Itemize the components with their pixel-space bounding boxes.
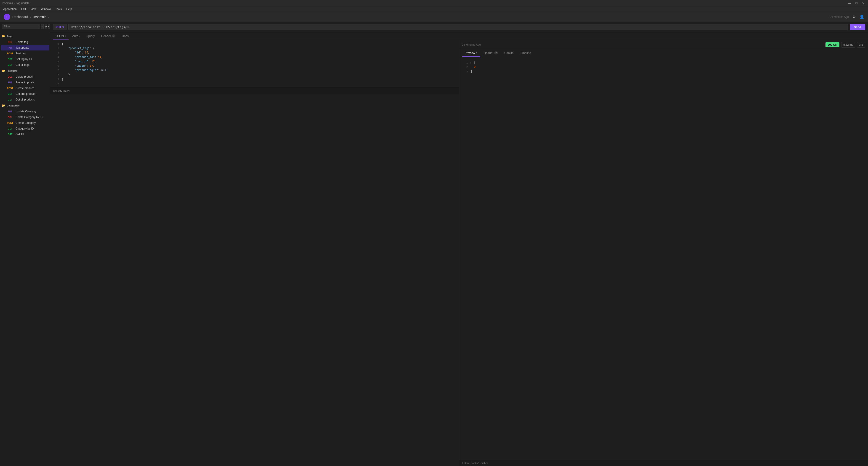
maximize-button[interactable]: □ xyxy=(854,1,859,5)
response-body: 1 ▶ [ 2 0 xyxy=(459,57,868,460)
sidebar-item-get-all-tags[interactable]: GET Get all tags xyxy=(1,62,49,68)
method-badge-put: PUT xyxy=(6,46,14,49)
tab-auth[interactable]: Auth ▾ xyxy=(69,32,83,40)
request-area: PUT ▾ Send JSON ▾ Auth ▾ Query Header 1 xyxy=(50,22,868,466)
tab-resp-header[interactable]: Header ? xyxy=(481,49,501,57)
method-badge-get: GET xyxy=(6,93,14,95)
app-logo: I xyxy=(4,14,10,20)
method-badge-get: GET xyxy=(6,58,14,61)
tab-cookie[interactable]: Cookie xyxy=(501,49,516,57)
code-line-10: 10 xyxy=(50,81,459,86)
sidebar-item-category-by-id[interactable]: GET Category by ID xyxy=(1,126,49,131)
header-icons: ⚙ 👤 xyxy=(849,14,864,20)
sidebar-item-label: Product update xyxy=(16,81,34,84)
request-code-editor: 1 { 2 "product_tag": { 3 "id": 16, xyxy=(50,40,459,88)
sidebar-item-post-tag[interactable]: POST Post tag xyxy=(1,51,49,56)
method-badge-get: GET xyxy=(6,128,14,130)
tab-header-label: Header xyxy=(101,34,111,38)
sidebar-item-update-category[interactable]: PUT Update Category xyxy=(1,109,49,114)
response-code-editor: 1 ▶ [ 2 0 xyxy=(459,59,868,76)
code-line-7: 7 "productTagId": null xyxy=(50,68,459,73)
menu-view[interactable]: View xyxy=(28,7,39,11)
resp-code-line-1: 1 ▶ [ xyxy=(459,61,868,65)
expand-icon: ▶ xyxy=(471,62,472,64)
code-line-1: 1 { xyxy=(50,42,459,46)
tab-json[interactable]: JSON ▾ xyxy=(53,32,69,40)
method-badge-put: PUT xyxy=(6,110,14,113)
sidebar-item-label: Get all products xyxy=(16,98,35,101)
method-label: PUT xyxy=(56,25,61,29)
method-badge-post: POST xyxy=(6,122,14,124)
sidebar-item-label: Get one product xyxy=(16,92,35,96)
close-button[interactable]: ✕ xyxy=(861,1,866,5)
sidebar-item-label: Post tag xyxy=(16,52,26,55)
dashboard-link[interactable]: Dashboard xyxy=(12,15,28,19)
sidebar-item-get-all[interactable]: GET Get All xyxy=(1,132,49,137)
menu-tools[interactable]: Tools xyxy=(53,7,64,11)
code-line-3: 3 "id": 16, xyxy=(50,51,459,55)
sidebar-item-label: Delete Category by ID xyxy=(16,115,42,119)
sidebar-item-create-category[interactable]: POST Create Category xyxy=(1,120,49,126)
sidebar-item-product-update[interactable]: PUT Product update xyxy=(1,80,49,85)
add-button[interactable]: ⊕ xyxy=(44,24,47,29)
menu-bar: Application Edit View Window Tools Help xyxy=(0,6,868,12)
more-button[interactable]: ▾ xyxy=(48,24,50,29)
settings-icon[interactable]: ⚙ xyxy=(852,14,856,19)
sidebar-item-get-one-product[interactable]: GET Get one product xyxy=(1,91,49,97)
url-input[interactable] xyxy=(68,24,848,30)
user-icon[interactable]: 👤 xyxy=(859,14,864,20)
sort-button[interactable]: ⇅ xyxy=(41,24,44,29)
tab-resp-header-label: Header xyxy=(484,51,494,55)
sidebar-item-delete-category[interactable]: DEL Delete Category by ID xyxy=(1,114,49,120)
menu-window[interactable]: Window xyxy=(39,7,53,11)
sidebar-section-products[interactable]: 📂 Products xyxy=(0,68,50,74)
sidebar-top: ⇅ ⊕ ▾ xyxy=(0,22,50,31)
main-layout: ⇅ ⊕ ▾ 📂 Tags DEL Delete tag PUT Tag upda… xyxy=(0,22,868,466)
request-bar: PUT ▾ Send xyxy=(50,22,868,32)
code-line-2: 2 "product_tag": { xyxy=(50,46,459,51)
response-tabs: Preview ▾ Header ? Cookie Timeline xyxy=(459,49,868,57)
minimize-button[interactable]: — xyxy=(846,1,852,5)
response-time: 5.32 ms xyxy=(841,42,855,47)
sidebar: ⇅ ⊕ ▾ 📂 Tags DEL Delete tag PUT Tag upda… xyxy=(0,22,50,466)
tab-timeline[interactable]: Timeline xyxy=(517,49,534,57)
workspace-chevron-icon[interactable]: ▾ xyxy=(48,16,50,19)
filter-input[interactable] xyxy=(2,24,40,29)
tab-docs[interactable]: Docs xyxy=(119,32,131,40)
sidebar-item-label: Create Category xyxy=(16,121,36,125)
sidebar-item-label: Delete tag xyxy=(16,40,28,44)
sidebar-item-get-tag-by-id[interactable]: GET Get tag by ID xyxy=(1,57,49,62)
sidebar-section-tags[interactable]: 📂 Tags xyxy=(0,33,50,39)
method-badge-get: GET xyxy=(6,98,14,101)
method-badge-del: DEL xyxy=(6,76,14,78)
menu-help[interactable]: Help xyxy=(64,7,74,11)
sidebar-item-delete-tag[interactable]: DEL Delete tag xyxy=(1,39,49,45)
sidebar-content: 📂 Tags DEL Delete tag PUT Tag update POS… xyxy=(0,31,50,466)
sidebar-item-delete-product[interactable]: DEL Delete product xyxy=(1,74,49,79)
tab-query[interactable]: Query xyxy=(84,32,97,40)
sidebar-item-tag-update[interactable]: PUT Tag update xyxy=(1,45,49,51)
resp-code-line-3: 3 ] xyxy=(459,69,868,74)
workspace-name[interactable]: Insomnia xyxy=(33,15,46,19)
method-badge-put: PUT xyxy=(6,81,14,84)
send-button[interactable]: Send xyxy=(850,24,865,30)
categories-section-label: Categories xyxy=(7,104,20,107)
beautify-button[interactable]: Beautify JSON xyxy=(53,90,69,92)
sidebar-item-create-product[interactable]: POST Create product xyxy=(1,86,49,91)
tab-auth-chevron-icon: ▾ xyxy=(79,35,80,37)
tab-preview-chevron-icon: ▾ xyxy=(476,52,477,54)
code-line-9: 9 } xyxy=(50,77,459,81)
tab-header[interactable]: Header 1 xyxy=(98,32,118,40)
sidebar-section-categories[interactable]: 📂 Categories xyxy=(0,103,50,108)
tags-section-label: Tags xyxy=(7,35,12,37)
tab-preview[interactable]: Preview ▾ xyxy=(462,49,480,57)
method-selector[interactable]: PUT ▾ xyxy=(53,24,66,30)
logo-letter: I xyxy=(6,15,7,19)
request-status-bar: Beautify JSON xyxy=(50,88,459,94)
title-bar-controls: — □ ✕ xyxy=(846,1,866,5)
sidebar-item-label: Get all tags xyxy=(16,63,30,66)
menu-application[interactable]: Application xyxy=(1,7,19,11)
sidebar-item-get-all-products[interactable]: GET Get all products xyxy=(1,97,49,102)
menu-edit[interactable]: Edit xyxy=(19,7,28,11)
app-header-title: Dashboard / Insomnia ▾ xyxy=(12,15,50,19)
